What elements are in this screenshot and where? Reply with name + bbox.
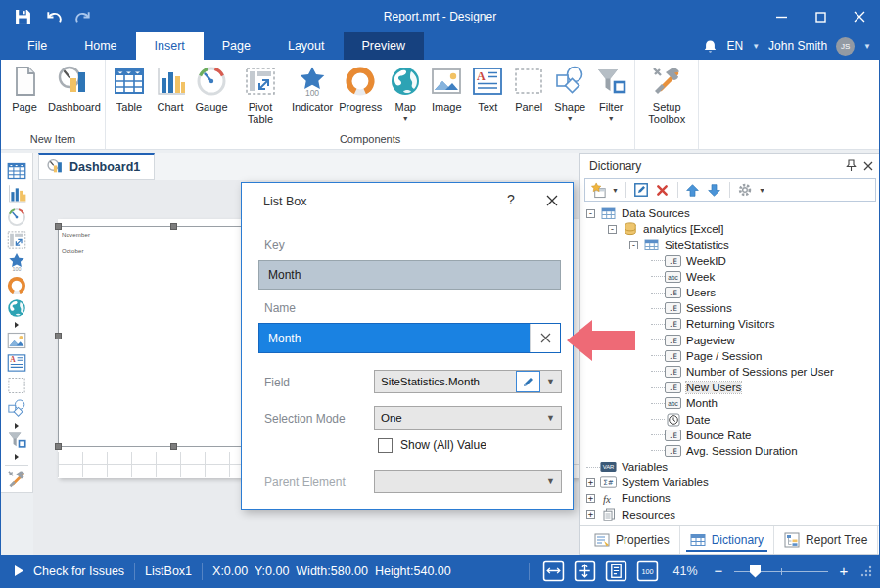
collapse-icon[interactable]: -: [608, 225, 617, 234]
toolbox-map-button[interactable]: [6, 298, 27, 319]
expand-icon[interactable]: +: [586, 478, 595, 487]
dict-new-item-button[interactable]: [589, 181, 607, 199]
edit-field-icon[interactable]: [516, 371, 540, 392]
panel-tab-dictionary[interactable]: Dictionary: [680, 526, 774, 554]
parent-element-combo[interactable]: ▼: [374, 470, 562, 493]
dict-gear-button[interactable]: [736, 181, 754, 199]
ribbon-item-pivot-table[interactable]: Pivot Table: [232, 65, 289, 125]
close-button[interactable]: [840, 1, 879, 32]
tree-item-avg-session-duration[interactable]: .EAvg. Session Duration: [582, 443, 878, 459]
toolbox-setup-toolbox-button[interactable]: [6, 470, 27, 490]
tree-item-weekid[interactable]: .EWeekID: [582, 253, 878, 269]
resize-handle[interactable]: [55, 333, 62, 339]
pin-icon[interactable]: [842, 158, 859, 175]
ribbon-item-filter[interactable]: Filter▼: [590, 65, 631, 122]
toolbox-image-button[interactable]: [6, 330, 27, 350]
language-selector[interactable]: EN: [726, 39, 743, 53]
dropdown-chevron-icon[interactable]: ▼: [402, 115, 409, 122]
toolbox-chart-button[interactable]: [6, 183, 27, 204]
avatar[interactable]: JS: [836, 37, 855, 56]
dropdown-chevron-icon[interactable]: ▼: [567, 115, 574, 122]
ribbon-item-image[interactable]: Image: [426, 65, 467, 113]
tree-item-number-of-sessions-per-user[interactable]: .ENumber of Sessions per User: [582, 364, 878, 380]
dialog-close-button[interactable]: [540, 190, 564, 211]
toolbox-pivot-table-button[interactable]: [6, 229, 27, 249]
toolbox-filter-button[interactable]: [6, 430, 27, 450]
tab-dashboard1[interactable]: Dashboard1: [38, 153, 155, 180]
ribbon-item-chart[interactable]: Chart: [150, 65, 191, 113]
menu-tab-layout[interactable]: Layout: [269, 32, 344, 60]
tree-item-date[interactable]: Date: [582, 411, 878, 427]
tree-item-analytics-excel[interactable]: -analytics [Excel]: [582, 221, 878, 237]
menu-tab-file[interactable]: File: [9, 32, 66, 60]
key-input[interactable]: Month: [258, 260, 561, 290]
toolbox-progress-button[interactable]: [6, 275, 27, 295]
resize-grip[interactable]: [859, 565, 873, 578]
tree-item-sessions[interactable]: .ESessions: [582, 300, 878, 316]
ribbon-item-map[interactable]: Map▼: [385, 65, 426, 122]
tree-item-sitestatistics[interactable]: -SiteStatistics: [582, 237, 878, 252]
panel-tab-properties[interactable]: Properties: [584, 526, 680, 554]
user-name[interactable]: John Smith: [768, 39, 827, 53]
dropdown-chevron-icon[interactable]: ▼: [608, 115, 615, 122]
zoom-in-button[interactable]: +: [837, 563, 851, 579]
check-for-issues[interactable]: Check for Issues: [33, 565, 124, 578]
panel-tab-report-tree[interactable]: Report Tree: [774, 526, 878, 554]
ribbon-item-progress[interactable]: Progress: [336, 65, 385, 113]
ribbon-item-text[interactable]: AText: [467, 65, 508, 113]
parent-element-chevron-icon[interactable]: ▼: [540, 476, 561, 486]
ribbon-item-panel[interactable]: Panel: [508, 65, 549, 113]
toolbox-indicator-button[interactable]: 100: [6, 252, 27, 273]
name-input[interactable]: Month: [258, 323, 561, 353]
toolbox-panel-button[interactable]: [6, 376, 27, 396]
tree-item-system-variables[interactable]: +Σ#System Variables: [582, 475, 878, 490]
zoom-slider[interactable]: [734, 564, 828, 579]
dict-arrow-down-button[interactable]: [706, 181, 723, 199]
save-icon[interactable]: [15, 9, 31, 25]
tree-item-week[interactable]: abcWeek: [582, 269, 878, 285]
show-all-value-checkbox[interactable]: [378, 438, 393, 453]
menu-tab-page[interactable]: Page: [204, 32, 269, 60]
undo-icon[interactable]: [45, 9, 62, 25]
expand-icon[interactable]: +: [586, 510, 595, 519]
tree-item-users[interactable]: .EUsers: [582, 285, 878, 300]
toolbox-text-button[interactable]: A: [6, 352, 27, 373]
zoom-out-button[interactable]: −: [712, 563, 725, 579]
selection-mode-combo[interactable]: One ▼: [374, 406, 562, 430]
ribbon-item-table[interactable]: Table: [109, 65, 150, 113]
selection-mode-chevron-icon[interactable]: ▼: [540, 413, 561, 423]
tree-item-bounce-rate[interactable]: .EBounce Rate: [582, 428, 878, 443]
zoom-slider-thumb[interactable]: [750, 565, 761, 578]
resize-handle[interactable]: [170, 223, 177, 230]
expand-icon[interactable]: +: [586, 494, 595, 503]
fit-whole-page-icon[interactable]: [605, 560, 627, 582]
ribbon-item-indicator[interactable]: 100Indicator: [289, 65, 336, 113]
resize-handle[interactable]: [55, 443, 62, 450]
toolbox-table-button[interactable]: [6, 160, 27, 181]
field-chevron-icon[interactable]: ▼: [540, 377, 561, 386]
tree-item-month[interactable]: abcMonth: [582, 395, 878, 411]
dialog-help-button[interactable]: ?: [501, 192, 521, 207]
ribbon-item-dashboard[interactable]: Dashboard: [45, 65, 102, 113]
toolbox-gauge-button[interactable]: [6, 206, 27, 227]
menu-tab-insert[interactable]: Insert: [136, 32, 204, 60]
menu-tab-preview[interactable]: Preview: [344, 32, 424, 60]
redo-icon[interactable]: [75, 9, 92, 25]
bell-icon[interactable]: [703, 39, 718, 54]
fit-page-width-icon[interactable]: [542, 560, 565, 582]
tree-item-data-sources[interactable]: -Data Sources: [582, 205, 878, 221]
flyout-arrow-icon[interactable]: [1, 453, 32, 461]
dict-arrow-up-button[interactable]: [684, 181, 702, 199]
tree-item-variables[interactable]: VARVariables: [582, 459, 878, 475]
dropdown-chevron-icon[interactable]: ▼: [758, 187, 766, 194]
dict-edit-button[interactable]: [632, 181, 650, 199]
user-chevron-icon[interactable]: ▼: [863, 42, 871, 51]
tree-item-functions[interactable]: +fxFunctions: [582, 490, 878, 506]
panel-close-icon[interactable]: [859, 158, 877, 175]
toolbox-shape-button[interactable]: [6, 398, 27, 419]
collapse-icon[interactable]: -: [586, 209, 595, 218]
flyout-arrow-icon[interactable]: [1, 422, 32, 430]
flyout-arrow-icon[interactable]: [1, 321, 32, 329]
language-chevron-icon[interactable]: ▼: [752, 42, 760, 51]
tree-item-resources[interactable]: +Resources: [582, 507, 878, 522]
